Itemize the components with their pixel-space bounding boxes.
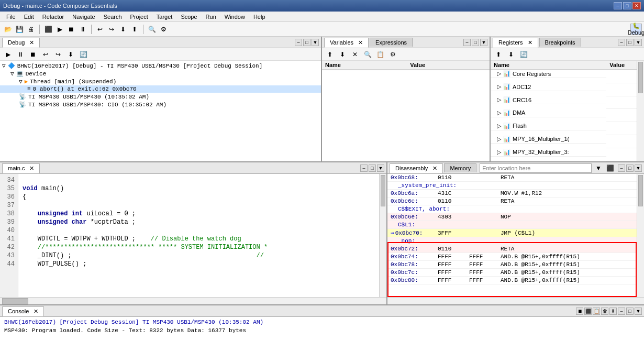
menu-target[interactable]: Target	[152, 13, 177, 21]
var-toolbar-btn6[interactable]: ⚙	[387, 49, 398, 60]
memory-tab[interactable]: Memory	[444, 163, 476, 172]
maximize-button[interactable]: □	[623, 2, 631, 9]
code-tab[interactable]: main.c ✕	[2, 163, 40, 173]
console-panel-btn2[interactable]: 📋	[593, 308, 600, 315]
disasm-tab-close[interactable]: ✕	[432, 165, 437, 171]
tree-item-ti1[interactable]: 📡 TI MSP430 USB1/MSP430 (10:35:02 AM)	[0, 93, 321, 101]
location-input[interactable]	[480, 163, 592, 173]
var-toolbar-btn3[interactable]: ✕	[349, 49, 361, 60]
menu-refactor[interactable]: Refactor	[38, 13, 69, 21]
variables-panel-menu[interactable]: ▼	[480, 39, 487, 46]
toolbar-btn-11[interactable]: ⬆	[129, 24, 140, 35]
registers-tab[interactable]: Registers ✕	[493, 38, 538, 48]
reg-toolbar-btn2[interactable]: ⬇	[505, 49, 517, 60]
console-panel-clear[interactable]: 🗑	[601, 308, 608, 315]
toolbar-btn-8[interactable]: ↩	[94, 24, 106, 35]
debug-toolbar-btn6[interactable]: ⬇	[65, 49, 76, 60]
registers-scrollbar-thumb[interactable]	[638, 62, 643, 93]
console-panel-btn1[interactable]: ⬛	[584, 308, 592, 315]
registers-panel-min[interactable]: –	[618, 39, 625, 46]
console-tab-close[interactable]: ✕	[34, 308, 38, 314]
debug-toolbar-btn4[interactable]: ↩	[40, 49, 51, 60]
variables-tab[interactable]: Variables ✕	[324, 38, 369, 48]
reg-toolbar-btn1[interactable]: ⬆	[493, 49, 504, 60]
toolbar-btn-2[interactable]: 💾	[14, 24, 25, 35]
menu-run[interactable]: Run	[202, 13, 220, 21]
var-toolbar-btn2[interactable]: ⬇	[337, 49, 348, 60]
code-scrollbar-thumb[interactable]	[381, 175, 385, 206]
var-toolbar-btn4[interactable]: 🔍	[362, 49, 373, 60]
debug-panel-min[interactable]: –	[295, 39, 302, 46]
code-panel-max[interactable]: □	[369, 164, 376, 172]
menu-scope[interactable]: Scope	[176, 13, 201, 21]
disasm-panel-max[interactable]: □	[626, 164, 634, 172]
adc12-expand[interactable]: ▷	[497, 83, 501, 90]
core-reg-expand[interactable]: ▷	[497, 70, 501, 77]
code-panel-min[interactable]: –	[360, 164, 368, 172]
console-panel-scroll[interactable]: ⬇	[609, 308, 617, 315]
crc16-expand[interactable]: ▷	[497, 96, 501, 103]
debug-toolbar-btn7[interactable]: 🔄	[77, 49, 89, 60]
registers-tab-close[interactable]: ✕	[528, 39, 532, 46]
debug-toolbar-btn3[interactable]: ⏹	[27, 49, 39, 60]
menu-search[interactable]: Search	[99, 13, 126, 21]
console-tab[interactable]: Console ✕	[2, 306, 44, 316]
code-panel-menu[interactable]: ▼	[377, 164, 384, 172]
disasm-scrollbar-thumb[interactable]	[638, 175, 643, 206]
disasm-scrollbar[interactable]	[637, 174, 644, 297]
toolbar-btn-6[interactable]: ⏹	[65, 24, 77, 35]
code-hscrollbar-thumb[interactable]	[2, 298, 28, 304]
code-scrollbar-h[interactable]	[0, 297, 386, 304]
debug-tab-close[interactable]: ✕	[29, 39, 34, 46]
var-toolbar-btn5[interactable]: 📋	[374, 49, 386, 60]
reg-toolbar-btn3[interactable]: 🔄	[518, 49, 529, 60]
disasm-tab[interactable]: Disassembly ✕	[390, 163, 443, 173]
debug-toolbar-btn5[interactable]: ↪	[52, 49, 64, 60]
debug-mode-button[interactable]: 🐛 Debug	[630, 24, 642, 35]
variables-panel-max[interactable]: □	[472, 39, 479, 46]
toolbar-btn-5[interactable]: ▶	[54, 24, 65, 35]
disasm-panel-menu[interactable]: ▼	[635, 164, 642, 172]
debug-panel-menu[interactable]: ▼	[312, 39, 319, 46]
expressions-tab[interactable]: Expressions	[370, 38, 413, 47]
flash-expand[interactable]: ▷	[497, 123, 501, 129]
menu-help[interactable]: Help	[249, 13, 270, 21]
toolbar-btn-3[interactable]: 🖨	[25, 24, 37, 35]
tree-item-abort[interactable]: ≡ 0 abort() at exit.c:62 0x0bc70	[0, 85, 321, 93]
disasm-icon-btn1[interactable]: ⬛	[604, 162, 616, 174]
menu-window[interactable]: Window	[220, 13, 249, 21]
tree-item-device[interactable]: ▽ 💻 Device	[0, 70, 321, 78]
tree-item-thread[interactable]: ▽ ▶ Thread [main] (Suspended)	[0, 78, 321, 85]
toolbar-btn-13[interactable]: ⚙	[158, 24, 169, 35]
toolbar-btn-4[interactable]: ⬛	[42, 24, 54, 35]
registers-scrollbar[interactable]	[637, 61, 644, 161]
menu-project[interactable]: Project	[126, 13, 152, 21]
location-go-btn[interactable]: ▼	[593, 162, 604, 174]
mpy32-expand[interactable]: ▷	[497, 149, 501, 156]
console-panel-menu[interactable]: ▼	[635, 308, 642, 315]
minimize-button[interactable]: –	[614, 2, 622, 9]
menu-navigate[interactable]: Navigate	[68, 13, 99, 21]
registers-panel-menu[interactable]: ▼	[635, 39, 642, 46]
console-panel-max[interactable]: □	[626, 308, 634, 315]
variables-tab-close[interactable]: ✕	[358, 39, 363, 46]
menu-file[interactable]: File	[2, 13, 20, 21]
toolbar-btn-12[interactable]: 🔍	[146, 24, 158, 35]
var-toolbar-btn1[interactable]: ⬆	[324, 49, 336, 60]
debug-panel-max[interactable]: □	[303, 39, 310, 46]
toolbar-btn-1[interactable]: 📂	[2, 24, 14, 35]
disasm-scrollbar-h[interactable]	[387, 297, 644, 304]
breakpoints-tab[interactable]: Breakpoints	[539, 38, 581, 47]
disasm-panel-min[interactable]: –	[618, 164, 625, 172]
debug-toolbar-btn1[interactable]: ▶	[2, 49, 14, 60]
dma-expand[interactable]: ▷	[497, 109, 501, 116]
debug-tab[interactable]: Debug ✕	[2, 38, 40, 48]
toolbar-btn-10[interactable]: ⬇	[117, 24, 129, 35]
tree-item-session[interactable]: ▽ 🔷 BHWC(16Feb2017) [Debug] - TI MSP430 …	[0, 62, 321, 70]
code-scrollbar-v[interactable]	[379, 174, 386, 297]
menu-edit[interactable]: Edit	[20, 13, 38, 21]
console-panel-stop[interactable]: ⏹	[576, 308, 583, 315]
tree-item-ti2[interactable]: 📡 TI MSP430 USB1/MSP430: CIO (10:35:02 A…	[0, 101, 321, 108]
toolbar-btn-7[interactable]: ⏸	[77, 24, 88, 35]
code-tab-close[interactable]: ✕	[29, 165, 34, 171]
